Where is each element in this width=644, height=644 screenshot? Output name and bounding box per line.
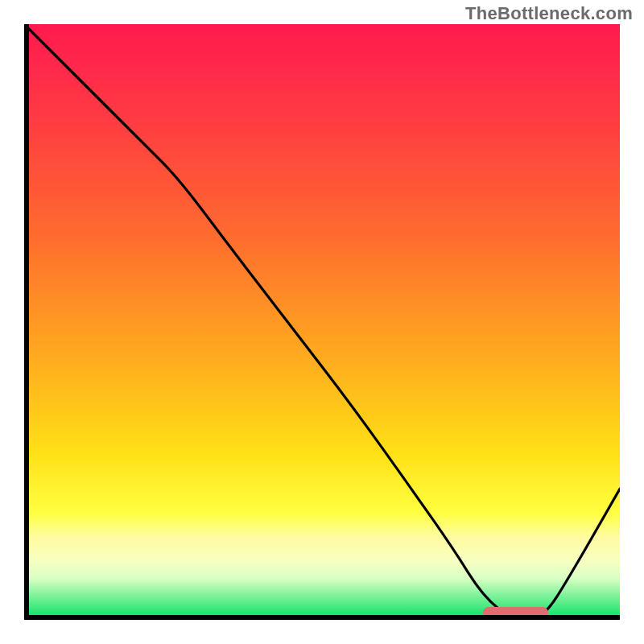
bottleneck-curve xyxy=(24,24,620,620)
chart-container: TheBottleneck.com xyxy=(0,0,644,644)
optimal-range-marker xyxy=(483,607,548,618)
watermark-label: TheBottleneck.com xyxy=(465,3,633,24)
plot-area xyxy=(24,24,620,620)
curve-svg xyxy=(24,24,620,620)
